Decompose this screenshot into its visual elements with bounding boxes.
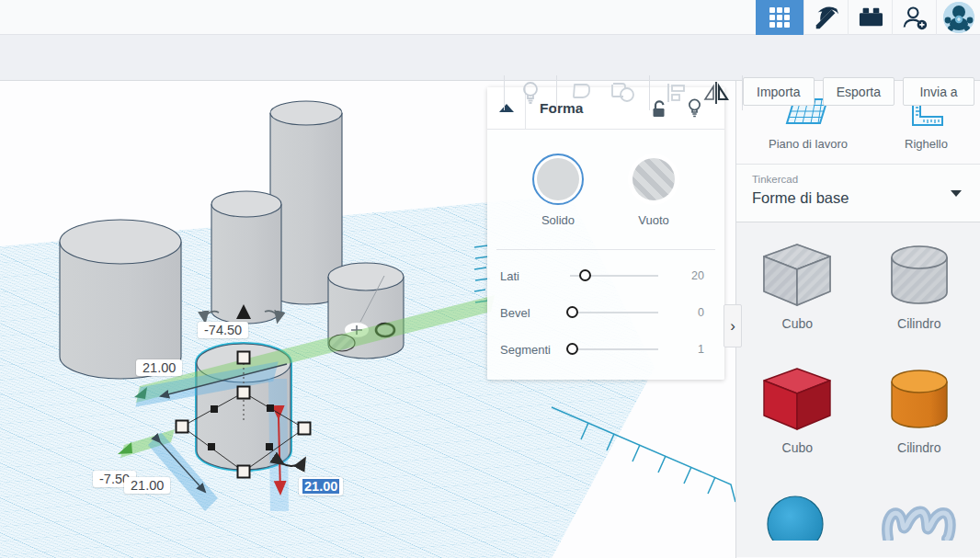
material-hole[interactable]: Vuoto <box>628 154 679 227</box>
apps-grid-icon[interactable] <box>756 0 803 35</box>
hole-swatch <box>632 158 675 200</box>
scribble-icon <box>879 485 960 541</box>
shape-gallery: Cubo Cilindro <box>736 222 980 557</box>
cylinder-large[interactable] <box>60 220 181 379</box>
toolbar-buttons: Importa Esporta Invia a <box>743 77 974 106</box>
header-bar <box>0 0 980 35</box>
solid-swatch <box>537 158 579 200</box>
avatar[interactable] <box>936 0 980 35</box>
shape-cube-hole[interactable]: Cubo <box>746 237 848 332</box>
sidebar-collapse-tab[interactable]: › <box>724 304 742 347</box>
bevel-slider[interactable] <box>570 312 658 313</box>
ungroup-shapes-icon[interactable] <box>603 77 644 108</box>
hole-cylinder-icon <box>879 237 960 313</box>
lego-brick-icon[interactable] <box>848 0 892 35</box>
toolbar: Importa Esporta Invia a <box>0 35 980 81</box>
sides-slider[interactable] <box>570 275 658 277</box>
import-button[interactable]: Importa <box>743 77 815 106</box>
tinkercad-app: -74.50 21.00 -7.50 21.00 21.00 Mod. grig… <box>0 0 980 558</box>
export-button[interactable]: Esporta <box>823 77 895 106</box>
sphere-icon <box>757 485 838 541</box>
orange-cylinder-icon <box>879 361 960 437</box>
dim-label-rotation[interactable]: -74.50 <box>198 322 248 338</box>
red-cube-icon <box>757 361 838 437</box>
mirror-icon[interactable] <box>696 77 736 108</box>
shape-cylinder-solid[interactable]: Cilindro <box>869 361 970 456</box>
shape-category-dropdown[interactable]: Tinkercad Forme di base <box>736 164 980 222</box>
slider-bevel: Bevel 0 <box>487 294 724 331</box>
slider-segments: Segmenti 1 <box>487 331 724 368</box>
header-actions <box>756 0 980 35</box>
shape-sphere[interactable] <box>746 485 848 557</box>
slider-knob[interactable] <box>579 269 591 281</box>
hole-cube-icon <box>757 237 838 313</box>
send-to-button[interactable]: Invia a <box>903 77 974 106</box>
add-person-icon[interactable] <box>892 0 936 35</box>
material-options: Solido Vuoto <box>487 154 724 227</box>
cylinder-medium[interactable] <box>211 191 281 324</box>
slider-knob[interactable] <box>566 306 578 318</box>
shape-scribble[interactable] <box>869 485 970 557</box>
slider-knob[interactable] <box>566 343 578 355</box>
slider-sides: Lati 20 <box>487 257 724 294</box>
shape-cylinder-hole[interactable]: Cilindro <box>869 237 970 332</box>
segments-slider[interactable] <box>570 348 658 350</box>
shape-cube-solid[interactable]: Cubo <box>746 361 848 456</box>
shape-inspector-panel: Forma Solido Vuoto Lati 20 Bevel <box>487 87 724 380</box>
toolbar-icon-groups <box>504 75 743 110</box>
dim-label-width-lower[interactable]: 21.00 <box>124 477 170 494</box>
dim-label-width-upper[interactable]: 21.00 <box>136 359 182 376</box>
align-icon[interactable] <box>655 77 696 108</box>
chevron-down-icon <box>951 190 962 197</box>
material-solid[interactable]: Solido <box>532 154 584 227</box>
panel-divider <box>496 249 715 250</box>
minecraft-pickaxe-icon[interactable] <box>803 0 848 35</box>
lightbulb-icon[interactable] <box>510 77 551 108</box>
dim-input-height[interactable]: 21.00 <box>299 477 343 495</box>
group-shapes-icon[interactable] <box>563 77 603 108</box>
shapes-sidebar: Piano di lavoro Righello Tinkercad Forme… <box>735 81 980 558</box>
